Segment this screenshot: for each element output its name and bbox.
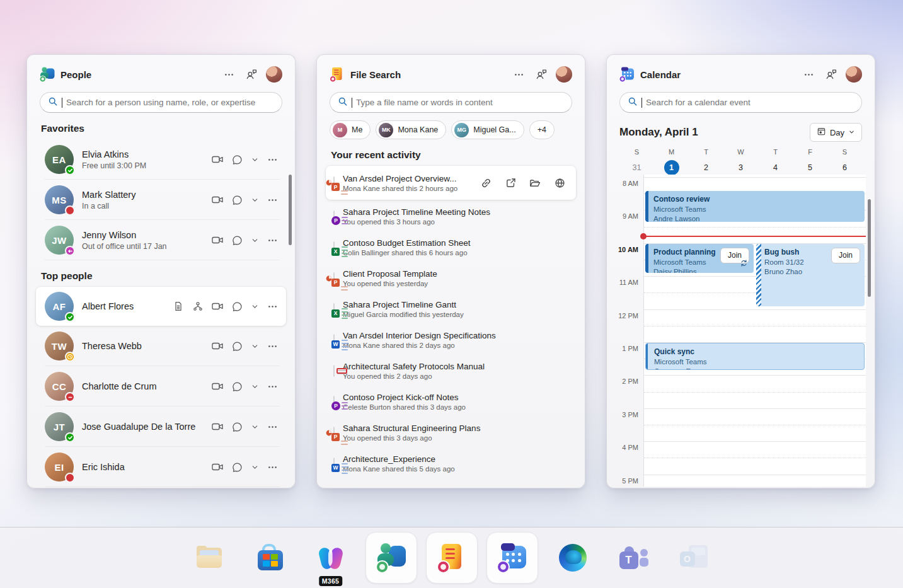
view-selector-button[interactable]: Day [810, 123, 862, 142]
hour-label: 1 PM [617, 345, 638, 352]
taskbar-calendar-app[interactable] [486, 532, 538, 584]
account-avatar[interactable] [266, 66, 282, 83]
notes-file-icon: P [333, 396, 335, 408]
people-scrollbar[interactable] [289, 175, 292, 245]
person-chip[interactable]: MGMiguel Ga... [451, 120, 524, 139]
more-options-button[interactable] [221, 66, 237, 83]
person-row[interactable]: EI Eric Ishida [36, 447, 286, 487]
week-day-4[interactable]: T 4 [758, 148, 793, 175]
more-options-icon[interactable] [265, 338, 280, 354]
more-options-icon[interactable] [265, 192, 280, 207]
avatar: EI [45, 453, 74, 481]
person-chip[interactable]: MMe [330, 120, 371, 139]
calendar-scrollbar[interactable] [868, 199, 871, 297]
week-day-6[interactable]: S 6 [827, 148, 862, 175]
account-avatar[interactable] [556, 66, 572, 83]
person-chip[interactable]: MKMona Kane [376, 120, 446, 139]
video-call-icon[interactable] [210, 299, 225, 314]
chevron-down-icon[interactable] [249, 338, 260, 354]
chevron-down-icon[interactable] [249, 419, 260, 434]
week-day-31[interactable]: S 31 [619, 148, 654, 175]
chat-icon[interactable] [229, 419, 244, 434]
video-call-icon[interactable] [210, 152, 225, 167]
document-icon[interactable] [171, 299, 186, 314]
video-call-icon[interactable] [210, 338, 225, 354]
people-search-input[interactable]: Search for a person using name, role, or… [40, 92, 282, 113]
chat-icon[interactable] [229, 299, 244, 314]
taskbar-file-explorer[interactable] [184, 532, 236, 584]
more-options-button[interactable] [510, 66, 527, 83]
video-call-icon[interactable] [210, 192, 225, 207]
taskbar-microsoft-store[interactable] [244, 532, 296, 584]
feedback-button[interactable] [533, 66, 549, 83]
video-call-icon[interactable] [210, 459, 225, 475]
person-row[interactable]: JT Jose Guadalupe De la Torre [36, 406, 286, 447]
calendar-event[interactable]: Quick sync Microsoft Teams Cameron Evans [645, 343, 865, 370]
taskbar-edge[interactable] [547, 532, 599, 584]
chevron-down-icon[interactable] [249, 379, 260, 394]
video-call-icon[interactable] [210, 379, 225, 394]
more-options-icon[interactable] [265, 419, 280, 434]
taskbar-m365-copilot[interactable]: M365 [305, 532, 357, 584]
taskbar-teams[interactable]: T [607, 532, 659, 584]
org-chart-icon[interactable] [190, 299, 205, 314]
person-row[interactable]: MS Mark Slattery In a call [36, 180, 286, 220]
week-day-1[interactable]: M 1 [654, 148, 689, 175]
file-row[interactable]: Architectural Safety Protocols Manual Yo… [326, 355, 576, 386]
file-row[interactable]: P Contoso Project Kick-off Notes Celeste… [326, 386, 576, 417]
chevron-down-icon[interactable] [249, 152, 260, 167]
person-row[interactable]: EA Elvia Atkins Free until 3:00 PM [36, 139, 286, 180]
chat-icon[interactable] [229, 459, 244, 475]
file-row[interactable]: X Sahara Project Timeline Gantt Miguel G… [326, 294, 576, 325]
join-button[interactable]: Join [831, 248, 860, 263]
person-row[interactable]: CC Charlotte de Crum [36, 366, 286, 406]
chevron-down-icon[interactable] [249, 299, 260, 314]
chat-icon[interactable] [229, 192, 244, 207]
more-options-button[interactable] [800, 66, 817, 83]
file-row[interactable]: P Van Arsdel Project Overview... Mona Ka… [326, 166, 576, 200]
more-options-icon[interactable] [265, 233, 280, 248]
person-row[interactable]: JW Jenny Wilson Out of office until 17 J… [36, 220, 286, 260]
feedback-button[interactable] [823, 66, 839, 83]
more-people-chip[interactable]: +4 [529, 120, 555, 139]
chat-icon[interactable] [229, 233, 244, 248]
more-options-icon[interactable] [265, 152, 280, 167]
taskbar-file-search-app[interactable] [426, 532, 478, 584]
calendar-event[interactable]: Contoso review Microsoft Teams Andre Law… [645, 191, 865, 222]
more-options-icon[interactable] [265, 379, 280, 394]
taskbar-people-app[interactable] [365, 532, 417, 584]
chat-icon[interactable] [229, 379, 244, 394]
open-folder-icon[interactable] [527, 175, 543, 190]
copy-link-icon[interactable] [478, 175, 493, 190]
account-avatar[interactable] [846, 66, 862, 83]
file-row[interactable]: W Architecture_Experience Mona Kane shar… [326, 448, 576, 479]
file-row[interactable]: W Van Arsdel Interior Design Specificati… [326, 325, 576, 355]
chevron-down-icon[interactable] [249, 233, 260, 248]
week-day-2[interactable]: T 2 [689, 148, 723, 175]
more-options-icon[interactable] [265, 459, 280, 475]
chat-icon[interactable] [229, 152, 244, 167]
person-row[interactable]: AF Albert Flores [36, 287, 286, 326]
video-call-icon[interactable] [210, 419, 225, 434]
video-call-icon[interactable] [210, 233, 225, 248]
week-day-5[interactable]: F 5 [793, 148, 827, 175]
file-search-input[interactable]: Type a file name or words in content [330, 92, 572, 113]
calendar-event[interactable]: Bug bush Room 31/32 Bruno Zhao Join [756, 244, 865, 306]
taskbar-outlook[interactable]: O [668, 532, 720, 584]
calendar-event[interactable]: Product planning Microsoft Teams Daisy P… [645, 244, 754, 273]
calendar-search-input[interactable]: Search for a calendar event [619, 92, 862, 113]
person-row[interactable]: TW Theresa Webb [36, 326, 286, 366]
file-row[interactable]: X Contoso Budget Estimation Sheet Colin … [326, 232, 576, 263]
chevron-down-icon[interactable] [249, 192, 260, 207]
share-icon[interactable] [503, 175, 518, 190]
calendar-grid-area[interactable]: Contoso review Microsoft Teams Andre Law… [643, 175, 866, 487]
file-row[interactable]: P Sahara Structural Engineering Plans Yo… [326, 417, 576, 448]
chevron-down-icon[interactable] [249, 459, 260, 475]
open-in-browser-icon[interactable] [552, 175, 567, 190]
feedback-button[interactable] [243, 66, 260, 83]
more-options-icon[interactable] [265, 299, 280, 314]
file-row[interactable]: P Sahara Project Timeline Meeting Notes … [326, 201, 576, 232]
chat-icon[interactable] [229, 338, 244, 354]
file-row[interactable]: P Client Proposal Template You opened th… [326, 263, 576, 294]
week-day-3[interactable]: W 3 [723, 148, 758, 175]
